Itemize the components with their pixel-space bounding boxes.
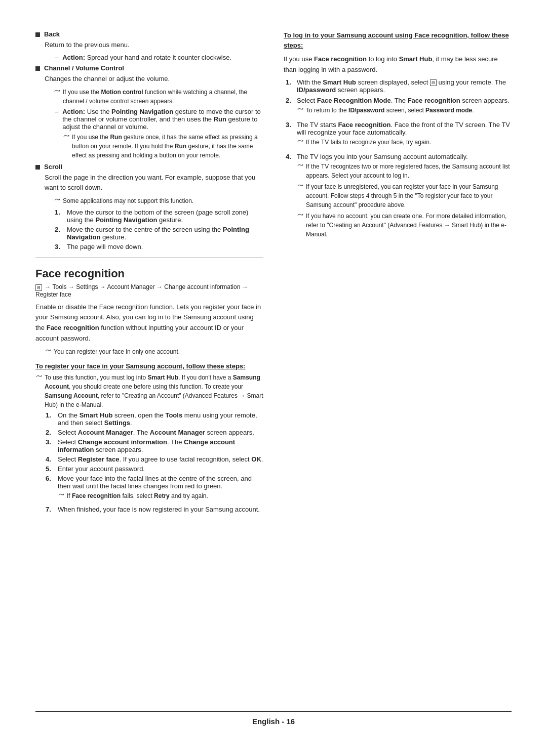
footer-text: English - 16 — [252, 717, 295, 726]
register-steps-block: To register your face in your Samsung ac… — [35, 362, 263, 513]
channel-note2: If you use the Run gesture once, it has … — [63, 133, 263, 160]
scroll-step1: 1. Move the cursor to the bottom of the … — [55, 208, 263, 224]
bullet-square-icon — [35, 66, 40, 71]
channel-desc-block: Changes the channel or adjust the volume… — [45, 74, 263, 160]
note-icon — [35, 373, 43, 383]
register-note1-text: To use this function, you must log into … — [45, 373, 263, 409]
note-icon — [297, 106, 304, 116]
note-icon — [297, 212, 304, 222]
footer: English - 16 — [35, 711, 512, 726]
face-breadcrumb: ⊟ → Tools → Settings → Account Manager →… — [35, 283, 263, 298]
note-icon — [297, 183, 304, 192]
note-icon — [297, 162, 304, 172]
login-step4-note1: If the TV recognizes two or more registe… — [297, 162, 512, 180]
scroll-step3-text: The page will move down. — [67, 243, 143, 250]
register-step7-text: When finished, your face is now register… — [58, 506, 260, 513]
channel-note-text: If you use the Motion control function w… — [63, 88, 263, 106]
divider — [35, 258, 263, 258]
dash-sym: – — [55, 108, 58, 131]
scroll-note-text: Some applications may not support this f… — [63, 196, 193, 205]
channel-action-text: Action: Use the Pointing Navigation gest… — [62, 108, 263, 131]
login-intro: If you use Face recognition to log into … — [284, 54, 512, 75]
menu-icon: ⊟ — [35, 284, 42, 291]
register-step6-note: If Face recognition fails, select Retry … — [58, 491, 263, 501]
right-column: To log in to your Samsung account using … — [284, 30, 512, 696]
register-note1: To use this function, you must log into … — [35, 373, 263, 409]
login-step2-note: To return to the ID/password screen, sel… — [297, 106, 510, 116]
face-desc: Enable or disable the Face recognition f… — [35, 302, 263, 344]
note-icon — [58, 492, 65, 501]
register-steps-title: To register your face in your Samsung ac… — [35, 362, 263, 370]
register-step7: 7. When finished, your face is now regis… — [46, 506, 263, 513]
scroll-desc-block: Scroll the page in the direction you wan… — [45, 173, 263, 251]
register-step4: 4. Select Register face. If you agree to… — [46, 455, 263, 463]
page: Back Return to the previous menu. – Acti… — [0, 0, 547, 756]
login-step1: 1. With the Smart Hub screen displayed, … — [286, 78, 512, 94]
back-title: Back — [44, 30, 60, 38]
login-step4-note3: If you have no account, you can create o… — [297, 212, 512, 239]
login-steps: 1. With the Smart Hub screen displayed, … — [286, 78, 512, 241]
back-action-label: Action: — [62, 54, 85, 61]
note-icon — [54, 88, 61, 98]
left-column: Back Return to the previous menu. – Acti… — [35, 30, 263, 696]
channel-note1: If you use the Motion control function w… — [54, 88, 263, 106]
bullet-square-icon — [35, 32, 40, 37]
login-step4-note2: If your face is unregistered, you can re… — [297, 182, 512, 209]
note-icon — [54, 197, 61, 206]
two-column-layout: Back Return to the previous menu. – Acti… — [35, 30, 512, 696]
channel-title: Channel / Volume Control — [44, 64, 124, 72]
register-step5-text: Enter your account password. — [58, 465, 145, 473]
channel-action-dash: – Action: Use the Pointing Navigation ge… — [55, 108, 263, 131]
scroll-step3: 3. The page will move down. — [55, 243, 263, 250]
scroll-note: Some applications may not support this f… — [54, 196, 263, 206]
register-numbered-list: 1. On the Smart Hub screen, open the Too… — [46, 411, 263, 513]
register-step3: 3. Select Change account information. Th… — [46, 438, 263, 453]
back-desc-block: Return to the previous menu. – Action: S… — [45, 40, 263, 61]
channel-section-header: Channel / Volume Control — [35, 64, 263, 72]
back-action-dash: – Action: Spread your hand and rotate it… — [55, 54, 263, 61]
bullet-square-icon — [35, 165, 40, 170]
scroll-step2: 2. Move the cursor to the centre of the … — [55, 226, 263, 241]
channel-desc: Changes the channel or adjust the volume… — [45, 74, 263, 85]
login-step2: 2. Select Face Recognition Mode. The Fac… — [286, 97, 512, 118]
back-section-header: Back — [35, 30, 263, 38]
dash-sym: – — [55, 54, 58, 61]
login-title: To log in to your Samsung account using … — [284, 30, 512, 50]
login-step4: 4. The TV logs you into your Samsung acc… — [286, 153, 512, 241]
back-desc: Return to the previous menu. — [45, 40, 263, 51]
register-step1: 1. On the Smart Hub screen, open the Too… — [46, 411, 263, 427]
scroll-numbered-list: 1. Move the cursor to the bottom of the … — [55, 208, 263, 250]
scroll-title: Scroll — [44, 163, 62, 171]
register-step2: 2. Select Account Manager. The Account M… — [46, 429, 263, 436]
face-note: You can register your face in only one a… — [45, 347, 263, 357]
register-step5: 5. Enter your account password. — [46, 465, 263, 473]
scroll-section-header: Scroll — [35, 163, 263, 171]
login-step3: 3. The TV starts Face recognition. Face … — [286, 121, 512, 150]
channel-note2-text: If you use the Run gesture once, it has … — [72, 133, 263, 160]
scroll-desc: Scroll the page in the direction you wan… — [45, 173, 263, 194]
face-section-title: Face recognition — [35, 267, 263, 280]
back-action-text: Action: Spread your hand and rotate it c… — [62, 54, 231, 61]
note-icon — [297, 138, 304, 148]
note-icon — [63, 133, 70, 143]
register-step6: 6. Move your face into the facial lines … — [46, 475, 263, 503]
login-step3-note: If the TV fails to recognize your face, … — [297, 138, 512, 148]
note-icon — [45, 348, 52, 357]
face-note-text: You can register your face in only one a… — [54, 347, 180, 356]
